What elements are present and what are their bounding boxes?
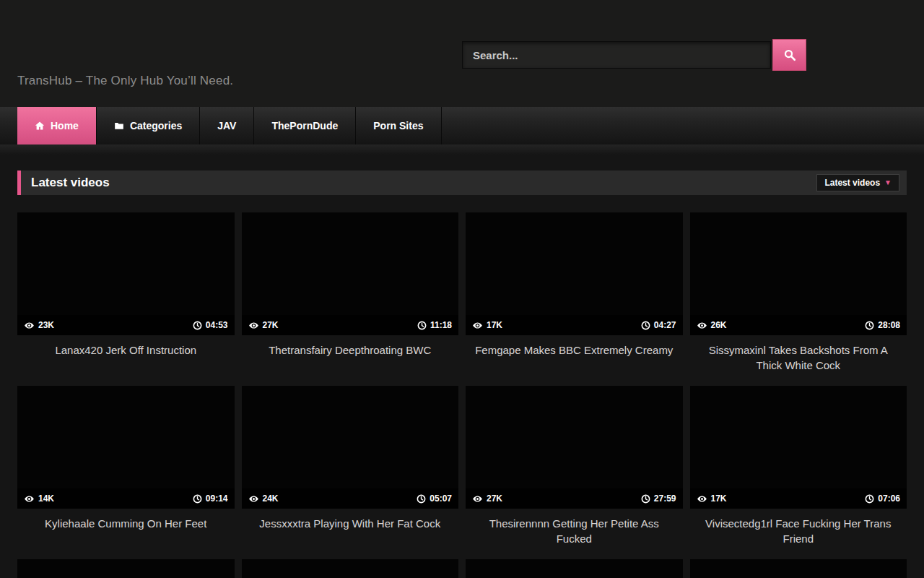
clock-icon (417, 494, 426, 504)
video-card-partial[interactable] (17, 559, 235, 578)
video-duration: 28:08 (865, 320, 900, 330)
video-stats-bar: 27K11:18 (242, 315, 459, 335)
views-value: 24K (263, 493, 279, 504)
video-views: 17K (697, 493, 727, 504)
video-views: 17K (472, 320, 502, 331)
video-thumbnail[interactable]: 14K09:14 (17, 386, 235, 509)
video-thumbnail[interactable]: 23K04:53 (17, 212, 235, 335)
video-grid: 23K04:53Lanax420 Jerk Off Instruction27K… (17, 212, 907, 578)
video-duration: 04:53 (193, 320, 228, 330)
views-value: 23K (38, 320, 54, 330)
main-content: Latest videos Latest videos ▼ 23K04:53La… (0, 155, 924, 578)
clock-icon (193, 494, 202, 504)
eye-icon (24, 493, 35, 504)
video-card[interactable]: 23K04:53Lanax420 Jerk Off Instruction (17, 212, 235, 386)
nav-item-label: ThePornDude (271, 120, 338, 131)
nav-item-jav[interactable]: JAV (200, 107, 254, 144)
video-thumbnail[interactable] (17, 559, 235, 578)
video-thumbnail[interactable]: 17K04:27 (466, 212, 683, 335)
folder-icon (114, 121, 124, 131)
video-views: 23K (24, 320, 54, 331)
views-value: 14K (38, 493, 54, 504)
video-card-partial[interactable] (690, 559, 907, 578)
video-duration: 11:18 (417, 320, 452, 330)
video-title[interactable]: Lanax420 Jerk Off Instruction (17, 335, 235, 386)
eye-icon (24, 320, 35, 331)
clock-icon (865, 321, 874, 330)
video-card-partial[interactable] (466, 559, 683, 578)
search-form (462, 39, 806, 71)
video-duration: 05:07 (417, 493, 452, 504)
video-title[interactable]: Jessxxxtra Playing With Her Fat Cock (242, 509, 459, 559)
clock-icon (193, 321, 202, 330)
section-header: Latest videos Latest videos ▼ (17, 171, 907, 195)
views-value: 27K (487, 493, 502, 504)
video-card[interactable]: 17K04:27Femgape Makes BBC Extremely Crea… (466, 212, 683, 386)
duration-value: 04:27 (654, 320, 676, 330)
home-icon (35, 121, 45, 131)
video-title[interactable]: Sissymaxinl Takes Backshots From A Thick… (690, 335, 907, 386)
video-stats-bar: 17K07:06 (690, 488, 907, 509)
video-thumbnail[interactable] (690, 559, 907, 578)
video-title[interactable]: Thetransfairy Deepthroating BWC (242, 335, 459, 386)
video-card[interactable]: 26K28:08Sissymaxinl Takes Backshots From… (690, 212, 907, 386)
sort-dropdown[interactable]: Latest videos ▼ (816, 174, 899, 191)
duration-value: 04:53 (206, 320, 228, 330)
video-views: 27K (472, 493, 502, 504)
video-views: 27K (248, 320, 279, 331)
views-value: 17K (487, 320, 502, 330)
video-card-partial[interactable] (242, 559, 459, 578)
main-nav: HomeCategoriesJAVThePornDudePorn Sites (0, 107, 924, 144)
duration-value: 07:06 (878, 493, 900, 504)
nav-item-label: Categories (130, 120, 182, 131)
video-title[interactable]: Thesirennnn Getting Her Petite Ass Fucke… (466, 509, 683, 559)
nav-item-label: Home (51, 120, 79, 131)
video-thumbnail[interactable]: 26K28:08 (690, 212, 907, 335)
nav-item-label: JAV (217, 120, 236, 131)
video-card[interactable]: 27K11:18Thetransfairy Deepthroating BWC (242, 212, 459, 386)
video-views: 26K (697, 320, 727, 331)
eye-icon (248, 493, 259, 504)
video-title[interactable]: Vivisectedg1rl Face Fucking Her Trans Fr… (690, 509, 907, 559)
video-title[interactable]: Femgape Makes BBC Extremely Creamy (466, 335, 683, 386)
duration-value: 05:07 (430, 493, 452, 504)
search-button[interactable] (772, 39, 806, 71)
video-thumbnail[interactable] (466, 559, 683, 578)
video-thumbnail[interactable]: 27K27:59 (466, 386, 683, 509)
views-value: 26K (711, 320, 727, 330)
section-title: Latest videos (31, 176, 110, 190)
nav-item-porn-sites[interactable]: Porn Sites (356, 107, 441, 144)
video-duration: 07:06 (865, 493, 900, 504)
video-thumbnail[interactable]: 24K05:07 (242, 386, 459, 509)
video-card[interactable]: 27K27:59Thesirennnn Getting Her Petite A… (466, 386, 683, 559)
nav-item-label: Porn Sites (373, 120, 423, 131)
video-title[interactable]: Kyliehaale Cumming On Her Feet (17, 509, 235, 559)
video-thumbnail[interactable] (242, 559, 459, 578)
video-thumbnail[interactable]: 17K07:06 (690, 386, 907, 509)
clock-icon (417, 321, 427, 330)
views-value: 27K (263, 320, 279, 330)
search-icon (783, 48, 796, 61)
video-card[interactable]: 24K05:07Jessxxxtra Playing With Her Fat … (242, 386, 459, 559)
video-card[interactable]: 17K07:06Vivisectedg1rl Face Fucking Her … (690, 386, 907, 559)
views-value: 17K (711, 493, 727, 504)
search-input[interactable] (462, 41, 771, 69)
video-stats-bar: 14K09:14 (17, 488, 235, 509)
video-stats-bar: 23K04:53 (17, 315, 235, 335)
clock-icon (641, 321, 650, 330)
nav-item-home[interactable]: Home (17, 107, 97, 144)
nav-shadow (0, 144, 924, 155)
nav-item-categories[interactable]: Categories (97, 107, 200, 144)
video-views: 14K (24, 493, 54, 504)
nav-item-theporndude[interactable]: ThePornDude (254, 107, 356, 144)
video-duration: 27:59 (641, 493, 676, 504)
site-tagline: TransHub – The Only Hub You’ll Need. (17, 74, 233, 88)
video-views: 24K (248, 493, 279, 504)
clock-icon (865, 494, 874, 504)
eye-icon (697, 320, 707, 331)
video-card[interactable]: 14K09:14Kyliehaale Cumming On Her Feet (17, 386, 235, 559)
video-stats-bar: 26K28:08 (690, 315, 907, 335)
video-thumbnail[interactable]: 27K11:18 (242, 212, 459, 335)
duration-value: 09:14 (206, 493, 228, 504)
duration-value: 11:18 (430, 320, 452, 330)
